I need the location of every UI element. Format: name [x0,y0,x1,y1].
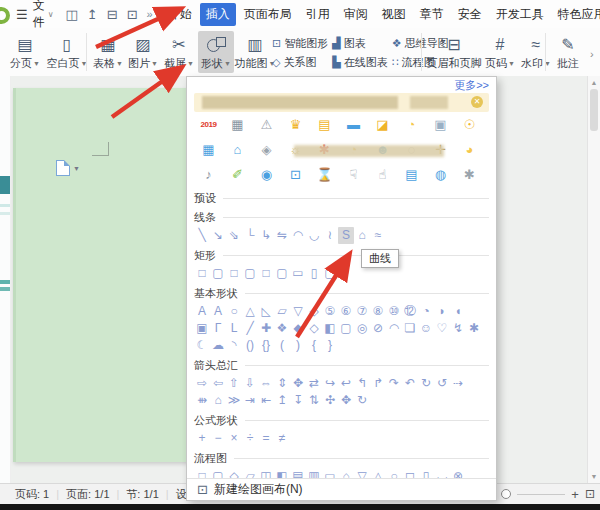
screenshot-caret-icon[interactable]: ▼ [187,60,194,67]
shape-heptagon[interactable]: ⑦ [354,303,370,320]
promo-notebook-icon[interactable]: ▤ [310,117,339,132]
shape-flow-summing-junction[interactable]: ⊗ [450,468,466,478]
zoom-slider-track[interactable] [517,494,565,495]
promo-mouse-icon[interactable]: ✐ [223,167,252,182]
promo-shield-icon[interactable]: ◈ [252,142,281,157]
shape-left-right-up-arrow[interactable]: ⇄ [306,375,322,392]
tab-view[interactable]: 视图 [376,3,412,26]
promo-chart-board-icon[interactable]: ◪ [368,117,397,132]
shape-right-arrow[interactable]: ⇨ [194,375,210,392]
shapes-button[interactable]: 形状▼ [198,31,234,73]
tab-featured-apps[interactable]: 特色应用 [552,3,600,26]
screenshot-button[interactable]: ✂截屏▼ [160,31,198,73]
promo-pie-chart-icon[interactable]: ◔ [397,117,426,132]
shape-teardrop[interactable]: ◗ [434,303,450,320]
shape-down-arrow[interactable]: ⇩ [242,375,258,392]
shape-left-up-arrow[interactable]: ↰ [354,375,370,392]
shape-flow-internal-storage[interactable]: ◧ [274,468,290,478]
page-number-button[interactable]: #页码▼ [482,31,518,73]
shape-pentagon-arrow[interactable]: ⌂ [210,392,226,409]
shape-hexagon[interactable]: ⑥ [338,303,354,320]
shape-moon[interactable]: ☾ [194,337,210,354]
shape-flow-multidocument[interactable]: ▥ [306,468,322,478]
page-break-button[interactable]: ▤分页▼ [6,31,44,73]
shape-frame[interactable]: ▣ [194,320,210,337]
shape-notched-right-arrow[interactable]: ⇻ [194,392,210,409]
file-menu[interactable]: 文件 [33,0,45,31]
shape-right-bracket[interactable]: ) [290,337,306,354]
promo-building-coin-icon[interactable]: ▦ [194,142,223,157]
promo-chat-bubbles-icon[interactable]: ⊡ [281,167,310,182]
tab-insert[interactable]: 插入 [200,3,236,26]
shape-divide-sign[interactable]: ÷ [242,430,258,447]
shape-right-arrow-callout[interactable]: ⇥ [242,392,258,409]
shape-equal-sign[interactable]: = [258,430,274,447]
shape-flow-manual-input[interactable]: ▽ [354,468,370,478]
vertical-scrollbar[interactable]: ▲ ▼ [587,76,600,483]
shape-octagon[interactable]: ⑧ [370,303,386,320]
shape-flow-connector[interactable]: ○ [386,468,402,478]
shape-text-box[interactable]: A [194,303,210,320]
shape-round-diagonal-corner-rectangle[interactable]: ▯ [306,265,322,282]
shape-double-brace[interactable]: {} [258,337,274,354]
shape-arc[interactable]: ◝ [226,337,242,354]
shape-no-symbol[interactable]: ⊘ [370,320,386,337]
shape-dodecagon[interactable]: ⑫ [402,303,418,320]
tab-home[interactable]: 开始 [162,3,198,26]
shape-double-arrow[interactable]: ⇘ [226,227,242,244]
shape-quad-arrow-callout[interactable]: ✣ [322,392,338,409]
shape-curved-double-arrow-connector[interactable]: ≀ [322,227,338,244]
comment-button[interactable]: ✎批注 [550,31,586,73]
shape-bent-arrow[interactable]: ↪ [322,375,338,392]
shape-left-bracket[interactable]: ( [274,337,290,354]
shape-octagon-solid[interactable]: ◆ [290,320,306,337]
shape-decagon[interactable]: ⑩ [386,303,402,320]
shape-bent-up-arrow[interactable]: ↱ [370,375,386,392]
shape-left-arrow[interactable]: ⇦ [210,375,226,392]
promo-location-pin-icon[interactable]: ◍ [426,167,455,182]
shapes-caret-icon[interactable]: ▼ [224,60,231,67]
shape-smiley-face[interactable]: ☺ [418,320,434,337]
shape-pie[interactable]: ◔ [418,303,434,320]
shape-trapezoid[interactable]: ▽ [290,303,306,320]
scrollbar-thumb[interactable] [590,89,598,131]
fit-page-button[interactable]: ⊡ [585,487,595,501]
shape-vertical-text-box[interactable]: A [210,303,226,320]
shape-right-brace[interactable]: } [322,337,338,354]
shape-curve[interactable]: S [338,227,354,244]
shape-flow-punched-tape[interactable]: ◡ [434,468,450,478]
shape-bevel[interactable]: ◧ [322,320,338,337]
shape-parallelogram[interactable]: ▱ [274,303,290,320]
promo-presentation-board-icon[interactable]: ▬ [339,117,368,132]
shape-folded-corner[interactable]: ❏ [402,320,418,337]
shape-curved-right-arrow[interactable]: ↷ [386,375,402,392]
shape-flow-alternate-process[interactable]: ▢ [210,468,226,478]
shape-snip-diagonal-corner-rectangle[interactable]: □ [258,265,274,282]
tab-page-layout[interactable]: 页面布局 [238,3,298,26]
shape-left-right-arrow[interactable]: ⇔ [258,375,274,392]
shape-curved-arrow-connector[interactable]: ◡ [306,227,322,244]
shape-curved-left-arrow[interactable]: ↶ [402,375,418,392]
shape-rounded-rectangle[interactable]: ▢ [210,265,226,282]
shape-sun[interactable]: ✱ [466,320,482,337]
shape-multiply-sign[interactable]: × [226,430,242,447]
table-button[interactable]: ▦表格▼ [90,31,126,73]
save-icon[interactable]: ◫ [66,7,78,22]
shape-flow-terminator[interactable]: ▭ [322,468,338,478]
shape-up-arrow[interactable]: ⇧ [226,375,242,392]
shape-striped-right-arrow[interactable]: ⇢ [450,375,466,392]
shape-plaque[interactable]: ❖ [274,320,290,337]
shape-cloud[interactable]: ☁ [210,337,226,354]
shape-picture-frame[interactable]: ▢ [338,320,354,337]
status-page-number[interactable]: 页码: 1 [8,487,56,502]
banner-close-icon[interactable]: ✕ [471,96,483,108]
preview-icon[interactable]: ⊡ [127,7,138,22]
export-icon[interactable]: ↥ [87,7,98,22]
status-page-count[interactable]: 页面: 1/1 [59,487,116,502]
shape-isosceles-triangle[interactable]: △ [242,303,258,320]
shape-rectangle[interactable]: □ [194,265,210,282]
promo-2019-badge-icon[interactable]: 2019 [194,120,223,129]
chart-button[interactable]: ▟图表 [332,36,387,51]
shape-double-bracket[interactable]: () [242,337,258,354]
promo-trophy-icon[interactable]: ♛ [281,117,310,132]
